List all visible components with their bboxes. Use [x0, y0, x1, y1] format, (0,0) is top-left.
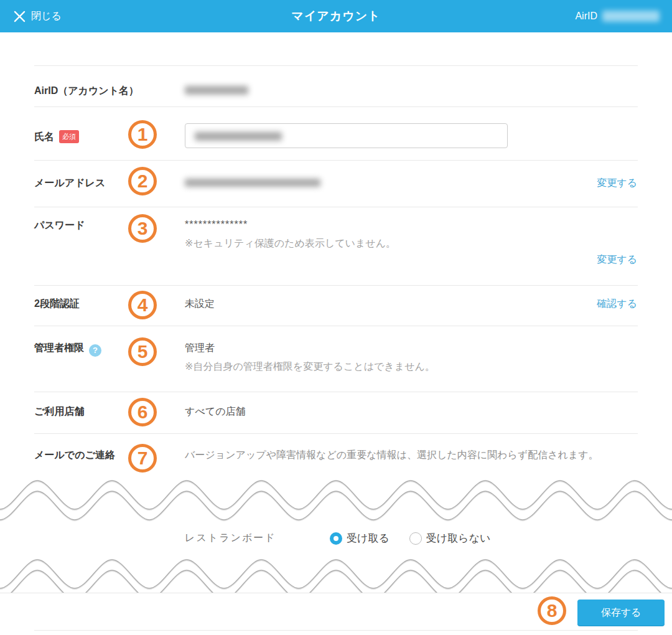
row-password: パスワード ************** ※セキュリティ保護のため表示していませ…: [34, 207, 638, 286]
email-change-link[interactable]: 変更する: [597, 177, 637, 190]
footer-bar: [0, 593, 672, 635]
stores-value: すべての店舗: [185, 405, 246, 418]
stores-label: ご利用店舗: [34, 405, 84, 418]
annotation-1: 1: [128, 120, 157, 149]
annotation-8: 8: [538, 596, 566, 625]
annotation-3: 3: [128, 214, 157, 243]
two-factor-value: 未設定: [185, 298, 215, 311]
footer-divider: [34, 630, 638, 631]
airid-value-redacted: [602, 11, 660, 22]
admin-label: 管理者権限?: [34, 342, 101, 357]
airid-row-label: AirID（アカウント名）: [34, 85, 139, 98]
header-airid: AirID: [575, 0, 660, 32]
annotation-6: 6: [128, 398, 157, 426]
row-mail-contact: メールでのご連絡 バージョンアップや障害情報などの重要な情報は、選択した内容に関…: [34, 434, 638, 481]
row-name: 氏名必須: [34, 107, 638, 161]
annotation-7: 7: [128, 444, 157, 473]
mail-contact-note: バージョンアップや障害情報などの重要な情報は、選択した内容に関わらず配信されます…: [185, 449, 599, 462]
my-account-page: 閉じる マイアカウント AirID AirID（アカウント名） 氏名必須 メール…: [0, 0, 672, 635]
row-airid: AirID（アカウント名）: [34, 65, 638, 107]
two-factor-label: 2段階認証: [34, 298, 80, 311]
account-form: AirID（アカウント名） 氏名必須 メールアドレス 変更する パスワード **…: [34, 65, 638, 481]
email-value-redacted: [185, 179, 320, 187]
annotation-5: 5: [128, 337, 157, 366]
row-email: メールアドレス 変更する: [34, 161, 638, 207]
row-stores: ご利用店舗 すべての店舗: [34, 392, 638, 434]
mail-contact-label: メールでのご連絡: [34, 449, 115, 462]
radio-not-receive-label: 受け取らない: [426, 531, 491, 545]
help-icon[interactable]: ?: [89, 344, 101, 357]
two-factor-confirm-link[interactable]: 確認する: [597, 298, 637, 311]
row-two-factor: 2段階認証 未設定 確認する: [34, 286, 638, 326]
name-input[interactable]: [185, 123, 508, 148]
admin-note: ※自分自身の管理者権限を変更することはできません。: [185, 360, 435, 374]
radio-unselected-icon: [409, 532, 422, 545]
password-note: ※セキュリティ保護のため表示していません。: [185, 237, 396, 250]
page-title: マイアカウント: [0, 0, 672, 32]
annotation-2: 2: [128, 167, 157, 195]
password-change-link[interactable]: 変更する: [597, 253, 637, 266]
row-admin: 管理者権限? 管理者 ※自分自身の管理者権限を変更することはできません。: [34, 326, 638, 392]
password-masked-value: **************: [185, 219, 248, 230]
email-label: メールアドレス: [34, 177, 105, 190]
radio-option-receive[interactable]: 受け取る: [330, 531, 390, 545]
name-input-value-redacted: [195, 132, 282, 141]
name-label: 氏名必須: [34, 130, 79, 144]
restaurant-board-label: レストランボード: [185, 532, 330, 545]
annotation-4: 4: [128, 291, 157, 319]
airid-row-value-redacted: [185, 86, 248, 95]
app-header: 閉じる マイアカウント AirID: [0, 0, 672, 32]
password-label: パスワード: [34, 219, 85, 232]
restaurant-board-row: レストランボード 受け取る 受け取らない: [185, 531, 510, 545]
tear-wave-top: [0, 477, 672, 527]
save-button[interactable]: 保存する: [577, 600, 665, 626]
required-badge: 必須: [59, 130, 79, 143]
airid-label: AirID: [575, 11, 597, 22]
radio-option-not-receive[interactable]: 受け取らない: [409, 531, 491, 545]
radio-selected-icon: [330, 532, 342, 545]
admin-value: 管理者: [185, 342, 215, 355]
radio-receive-label: 受け取る: [347, 531, 390, 545]
